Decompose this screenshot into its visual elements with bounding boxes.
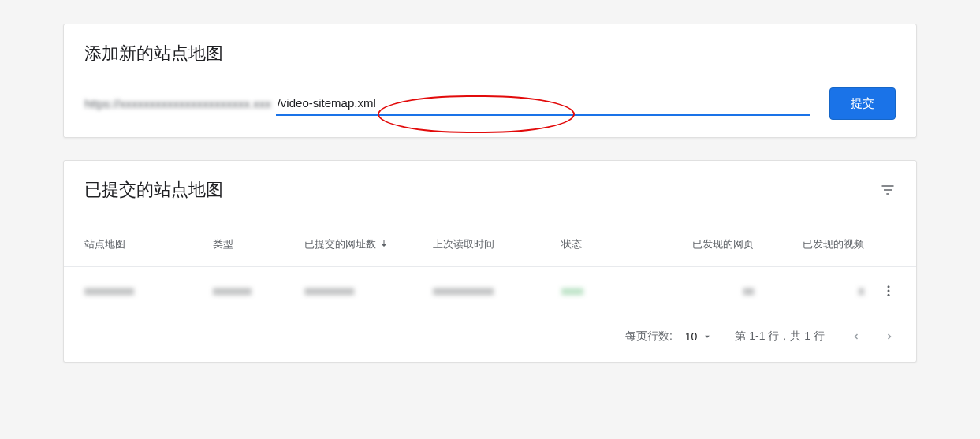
col-type[interactable]: 类型 <box>213 237 304 251</box>
cell-videos-found: x <box>754 285 864 297</box>
add-sitemap-card: 添加新的站点地图 https://xxxxxxxxxxxxxxxxxxxxxx.… <box>63 24 917 138</box>
submitted-sitemaps-card: 已提交的站点地图 站点地图 类型 已提交的网址数 上次读取时间 状态 已发现的网… <box>63 160 917 363</box>
rows-per-page-label: 每页行数: <box>625 329 673 344</box>
svg-point-0 <box>888 285 890 288</box>
table-row[interactable]: xxxxxxxxx xxxxxxx xxxxxxxxx xxxxxxxxxxx … <box>64 266 916 314</box>
cell-last-read: xxxxxxxxxxx <box>433 285 561 297</box>
col-pages-found[interactable]: 已发现的网页 <box>644 237 755 251</box>
cell-sitemap: xxxxxxxxx <box>84 285 213 297</box>
col-submitted-count[interactable]: 已提交的网址数 <box>304 237 433 251</box>
rows-per-page-select[interactable]: 10 <box>685 330 714 343</box>
sitemap-table: 站点地图 类型 已提交的网址数 上次读取时间 状态 已发现的网页 已发现的视频 … <box>64 222 916 362</box>
cell-pages-found: xx <box>644 285 755 297</box>
cell-submitted-count: xxxxxxxxx <box>304 285 433 297</box>
pagination-bar: 每页行数: 10 第 1-1 行，共 1 行 <box>64 314 916 362</box>
svg-point-2 <box>888 293 890 296</box>
next-page-button[interactable] <box>880 327 899 346</box>
chevron-down-icon <box>702 331 713 342</box>
cell-type: xxxxxxx <box>213 285 304 297</box>
submit-button[interactable]: 提交 <box>829 87 896 120</box>
sitemap-url-input[interactable] <box>276 91 810 116</box>
add-sitemap-title: 添加新的站点地图 <box>84 42 896 65</box>
submitted-title: 已提交的站点地图 <box>84 178 223 202</box>
rows-per-page: 每页行数: 10 <box>625 329 713 344</box>
url-prefix-label: https://xxxxxxxxxxxxxxxxxxxxxx.xxx <box>84 97 271 110</box>
col-last-read[interactable]: 上次读取时间 <box>433 237 561 251</box>
col-status[interactable]: 状态 <box>561 237 644 251</box>
page-nav <box>847 327 899 346</box>
rows-per-page-value: 10 <box>685 330 698 343</box>
submitted-header: 已提交的站点地图 <box>64 178 916 222</box>
sitemap-input-row: https://xxxxxxxxxxxxxxxxxxxxxx.xxx 提交 <box>84 87 896 120</box>
chevron-left-icon <box>851 332 861 341</box>
cell-status: xxxx <box>561 285 644 297</box>
svg-point-1 <box>888 289 890 292</box>
row-overflow-menu-icon[interactable] <box>881 284 896 298</box>
col-sitemap[interactable]: 站点地图 <box>84 237 213 251</box>
filter-icon[interactable] <box>880 182 896 198</box>
prev-page-button[interactable] <box>847 327 866 346</box>
pagination-range-info: 第 1-1 行，共 1 行 <box>735 329 825 344</box>
chevron-right-icon <box>885 332 894 341</box>
col-videos-found[interactable]: 已发现的视频 <box>754 237 864 251</box>
col-submitted-count-label: 已提交的网址数 <box>304 237 376 251</box>
table-header-row: 站点地图 类型 已提交的网址数 上次读取时间 状态 已发现的网页 已发现的视频 <box>64 222 916 266</box>
sort-descending-icon <box>379 239 389 251</box>
